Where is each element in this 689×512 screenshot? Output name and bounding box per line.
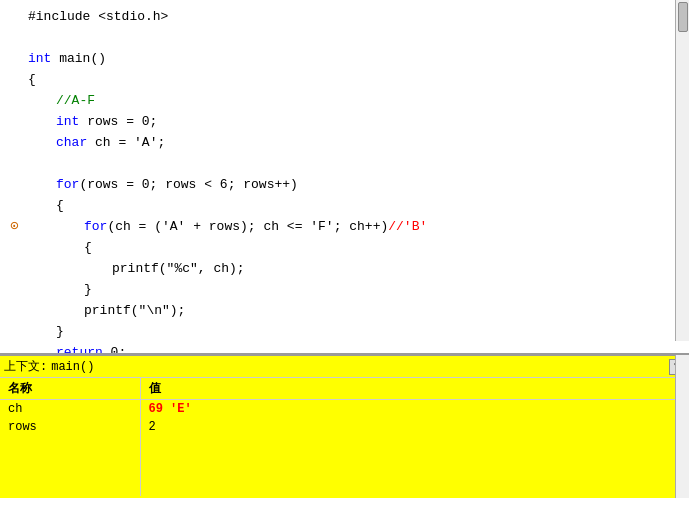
debug-var-name: rows	[0, 418, 140, 436]
arrow-indicator	[10, 90, 26, 111]
code-line: //A-F	[10, 90, 689, 111]
code-line: {	[10, 69, 689, 90]
code-token: printf("%c", ch);	[112, 259, 245, 279]
code-line	[10, 27, 689, 48]
col-header-value: 值	[140, 378, 689, 400]
code-token: for	[56, 175, 79, 195]
col-header-name: 名称	[0, 378, 140, 400]
context-label: 上下文:	[4, 358, 47, 375]
debug-var-value: 2	[140, 418, 689, 436]
code-line: #include <stdio.h>	[10, 6, 689, 27]
code-line: ⊙for(ch = ('A' + rows); ch <= 'F'; ch++)…	[10, 216, 689, 237]
debug-empty-name	[0, 436, 140, 456]
code-token: (ch = ('A' + rows); ch <= 'F'; ch++)	[107, 217, 388, 237]
code-line: int main()	[10, 48, 689, 69]
debug-empty-value	[140, 476, 689, 496]
arrow-indicator	[10, 153, 26, 174]
code-token: int	[56, 112, 79, 132]
code-token: int	[28, 49, 51, 69]
code-token: rows = 0;	[79, 112, 157, 132]
arrow-indicator	[10, 27, 26, 48]
table-row: ch69 'E'	[0, 400, 689, 419]
debug-empty-value	[140, 436, 689, 456]
code-container: #include <stdio.h> int main() { //A-F in…	[0, 0, 689, 355]
table-row-empty	[0, 456, 689, 476]
code-editor[interactable]: #include <stdio.h> int main() { //A-F in…	[0, 0, 689, 355]
arrow-indicator: ⊙	[10, 216, 26, 237]
code-token: printf("\n");	[84, 301, 185, 321]
code-token: }	[84, 280, 92, 300]
code-token: main()	[51, 49, 106, 69]
code-token: return	[56, 343, 103, 355]
code-token: {	[56, 196, 64, 216]
code-token: {	[28, 70, 36, 90]
arrow-indicator	[10, 111, 26, 132]
code-line: for(rows = 0; rows < 6; rows++)	[10, 174, 689, 195]
arrow-indicator	[10, 48, 26, 69]
code-line: {	[10, 237, 689, 258]
arrow-indicator	[10, 69, 26, 90]
code-token: 0;	[103, 343, 126, 355]
code-token: (rows = 0; rows < 6; rows++)	[79, 175, 297, 195]
table-row: rows2	[0, 418, 689, 436]
code-line: int rows = 0;	[10, 111, 689, 132]
code-line: }	[10, 279, 689, 300]
table-row-empty	[0, 436, 689, 456]
arrow-indicator	[10, 6, 26, 27]
code-line: {	[10, 195, 689, 216]
vertical-scrollbar[interactable]	[675, 0, 689, 341]
arrow-indicator	[10, 174, 26, 195]
code-token: {	[84, 238, 92, 258]
debug-table-body: ch69 'E'rows2	[0, 400, 689, 497]
code-token: //'B'	[388, 217, 427, 237]
arrow-indicator	[10, 342, 26, 355]
code-line: }	[10, 321, 689, 342]
table-row-empty	[0, 476, 689, 496]
v-scrollbar-thumb[interactable]	[678, 2, 688, 32]
debug-panel: 上下文: main() ▼ 名称 值 ch69 'E'rows2	[0, 355, 689, 498]
code-line: return 0;	[10, 342, 689, 355]
table-header-row: 名称 值	[0, 378, 689, 400]
code-token: char	[56, 133, 87, 153]
arrow-indicator	[10, 237, 26, 258]
debug-empty-name	[0, 456, 140, 476]
code-token: //A-F	[56, 91, 95, 111]
debug-empty-name	[0, 476, 140, 496]
code-line: printf("\n");	[10, 300, 689, 321]
arrow-indicator	[10, 132, 26, 153]
code-line	[10, 153, 689, 174]
debug-table: 名称 值 ch69 'E'rows2	[0, 378, 689, 496]
code-token: }	[56, 322, 64, 342]
context-value: main()	[51, 360, 669, 374]
debug-var-name: ch	[0, 400, 140, 419]
context-bar: 上下文: main() ▼	[0, 356, 689, 378]
code-token: ch = 'A';	[87, 133, 165, 153]
code-line: char ch = 'A';	[10, 132, 689, 153]
editor-wrapper: #include <stdio.h> int main() { //A-F in…	[0, 0, 689, 355]
code-line: printf("%c", ch);	[10, 258, 689, 279]
arrow-indicator	[10, 279, 26, 300]
debug-empty-value	[140, 456, 689, 476]
debug-var-value: 69 'E'	[140, 400, 689, 419]
code-token: for	[84, 217, 107, 237]
arrow-indicator	[10, 300, 26, 321]
debug-right-scrollbar[interactable]	[675, 355, 689, 498]
arrow-indicator	[10, 321, 26, 342]
arrow-indicator	[10, 258, 26, 279]
debug-panel-inner: 上下文: main() ▼ 名称 值 ch69 'E'rows2	[0, 355, 689, 498]
code-token: #include <stdio.h>	[28, 7, 168, 27]
arrow-indicator	[10, 195, 26, 216]
